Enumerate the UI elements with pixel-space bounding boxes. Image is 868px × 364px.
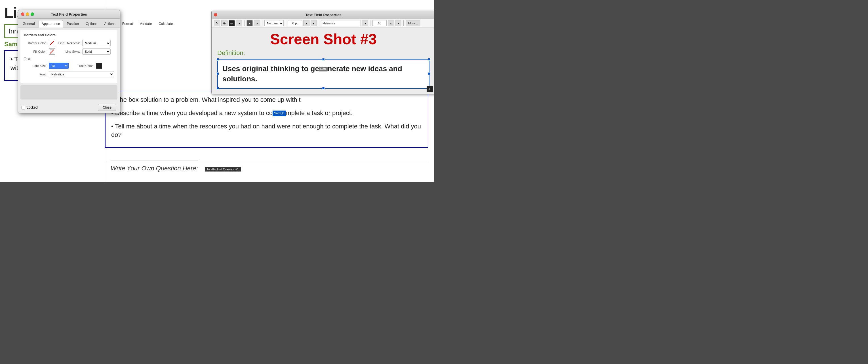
borders-section-title: Borders and Colors: [24, 33, 114, 37]
border-color-row: Border Color: Line Thickness: Medium: [24, 40, 114, 46]
text-color-label: Text Color:: [71, 64, 94, 67]
toolbar-font-chevron[interactable]: ▾: [362, 20, 368, 26]
toolbar-size-chevron-up[interactable]: ▲: [388, 20, 394, 26]
toolbar-icon-pointer[interactable]: ↖: [214, 20, 220, 26]
toolbar-sep-3: [286, 21, 286, 26]
tabs-bar: General Appearance Position Options Acti…: [18, 19, 120, 28]
right-close-btn[interactable]: [214, 13, 217, 16]
font-size-select[interactable]: 10: [49, 63, 69, 69]
plus-button[interactable]: +: [427, 86, 433, 92]
toolbar-fontsize-input[interactable]: [372, 20, 386, 26]
right-section: of the box solution to a problem. What i…: [105, 0, 434, 182]
locked-checkbox[interactable]: [22, 106, 25, 109]
toolbar-sep-2: [262, 21, 262, 26]
bullet-partial-1: of the box solution to a problem. What i…: [111, 96, 422, 104]
iq-badge: Intellectual Question#1: [205, 167, 241, 171]
min-traffic-light[interactable]: [26, 12, 29, 16]
text-section-title: Text: [24, 57, 114, 61]
right-panel-body: Screen Shot #3 Definition: Uses original: [212, 28, 434, 94]
panel-content: Borders and Colors Border Color: Line Th…: [21, 30, 118, 83]
right-properties-window: Text Field Properties ↖ ⊕ ▬ ▾ ■ ▾ No Lin…: [211, 11, 434, 94]
right-title-text: Text Field Properties: [305, 13, 342, 17]
border-color-swatch[interactable]: [49, 40, 55, 46]
toolbar-color-chevron[interactable]: ▾: [254, 20, 260, 26]
text-color-swatch[interactable]: [96, 63, 102, 69]
handle-tl: [216, 58, 219, 61]
font-select[interactable]: Helvetica: [49, 71, 114, 77]
handle-bc: [322, 87, 325, 90]
toolbar-size-chevron-down[interactable]: ▼: [395, 20, 401, 26]
tab-options[interactable]: Options: [83, 20, 100, 27]
samq1-badge: SamQ1: [273, 110, 286, 116]
toolbar-chevron-down[interactable]: ▼: [311, 20, 317, 26]
close-traffic-light[interactable]: [21, 12, 24, 16]
def1-badge: Def1: [319, 67, 328, 71]
tab-general[interactable]: General: [20, 20, 38, 27]
handle-ml: [216, 73, 219, 75]
bullet-3: • Tell me about a time when the resource…: [111, 122, 422, 140]
toolbar-color-box[interactable]: ■: [247, 20, 253, 26]
max-traffic-light[interactable]: [31, 12, 34, 16]
definition-label: Definition:: [217, 49, 430, 57]
definition-field[interactable]: Uses original thinking to geDef1nerate n…: [217, 59, 430, 89]
write-own-row: Write Your Own Question Here: Intellectu…: [105, 161, 428, 175]
tab-calculate[interactable]: Calculate: [155, 20, 176, 27]
toolbar-icon-chevron[interactable]: ▾: [236, 20, 242, 26]
line-style-select[interactable]: Solid: [82, 48, 111, 55]
right-titlebar: Text Field Properties: [212, 11, 434, 19]
tab-format[interactable]: Format: [119, 20, 136, 27]
bullet-box-right: of the box solution to a problem. What i…: [105, 91, 428, 148]
toolbar-more-button[interactable]: More...: [406, 20, 421, 26]
toolbar-line-width-input[interactable]: [288, 20, 302, 26]
left-properties-window: Text Field Properties General Appearance…: [18, 10, 120, 113]
fill-color-row: Fill Color: Line Style: Solid: [24, 48, 114, 55]
toolbar-font-input[interactable]: [321, 20, 361, 26]
line-thickness-select[interactable]: Medium: [82, 40, 111, 46]
right-toolbar: ↖ ⊕ ▬ ▾ ■ ▾ No Line ▲ ▼ ▾: [212, 19, 434, 28]
bottom-bar: Locked Close: [18, 102, 120, 113]
bullet-2: • Describe a time when you developed a n…: [111, 109, 422, 118]
locked-label: Locked: [27, 105, 38, 109]
toolbar-sep-1: [244, 21, 245, 26]
tab-validate[interactable]: Validate: [137, 20, 155, 27]
write-own-label: Write Your Own Question Here:: [111, 160, 198, 176]
definition-text: Uses original thinking to geDef1nerate n…: [222, 64, 424, 84]
border-color-label: Border Color:: [24, 41, 46, 45]
toolbar-icon-rect[interactable]: ▬: [229, 20, 235, 26]
line-thickness-label: Line Thickness:: [57, 41, 80, 45]
line-style-label: Line Style:: [57, 50, 80, 53]
traffic-lights: [21, 12, 34, 16]
font-label: Font:: [24, 73, 46, 76]
tab-actions[interactable]: Actions: [101, 20, 118, 27]
font-size-label: Font Size:: [24, 64, 46, 67]
panel-footer-area: [21, 85, 118, 100]
fill-color-swatch[interactable]: [49, 48, 55, 55]
tab-appearance[interactable]: Appearance: [38, 20, 63, 28]
close-button[interactable]: Close: [98, 104, 116, 111]
font-size-row: Font Size: 10 Text Color:: [24, 63, 114, 69]
toolbar-line-style-select[interactable]: No Line: [265, 20, 284, 26]
handle-mr: [428, 73, 430, 75]
toolbar-sep-4: [319, 21, 319, 26]
handle-tr: [428, 58, 430, 61]
left-title-text: Text Field Properties: [51, 12, 87, 16]
screenshot-title: Screen Shot #3: [217, 31, 430, 47]
fill-color-label: Fill Color:: [24, 50, 46, 53]
toolbar-sep-6: [403, 21, 404, 26]
left-titlebar: Text Field Properties: [18, 10, 120, 19]
locked-row: Locked: [22, 105, 38, 109]
tab-position[interactable]: Position: [64, 20, 82, 27]
toolbar-chevron-up[interactable]: ▲: [303, 20, 309, 26]
toolbar-icon-crosshair[interactable]: ⊕: [221, 20, 227, 26]
handle-bl: [216, 87, 219, 90]
font-row: Font: Helvetica: [24, 71, 114, 77]
handle-tc: [322, 58, 325, 61]
